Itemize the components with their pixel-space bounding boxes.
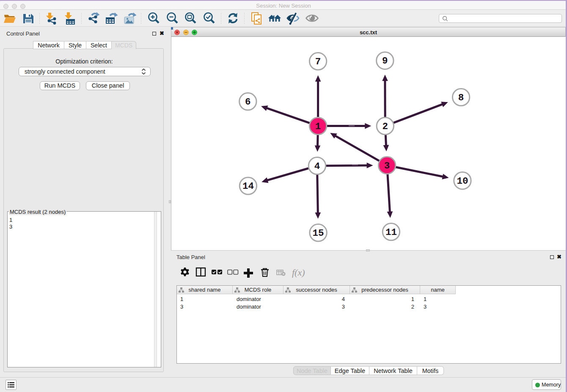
svg-text:8: 8	[458, 92, 464, 103]
svg-text:3: 3	[384, 160, 390, 171]
svg-text:f(x): f(x)	[292, 267, 305, 278]
svg-text:6: 6	[245, 97, 251, 108]
svg-text:10: 10	[457, 176, 468, 187]
svg-text:11: 11	[385, 227, 397, 238]
svg-text:14: 14	[242, 181, 254, 192]
svg-text:9: 9	[382, 55, 388, 66]
svg-text:7: 7	[315, 56, 321, 67]
svg-text:1: 1	[315, 121, 321, 132]
svg-text:2: 2	[383, 121, 388, 132]
svg-text:4: 4	[314, 161, 320, 172]
svg-text:15: 15	[313, 228, 324, 239]
